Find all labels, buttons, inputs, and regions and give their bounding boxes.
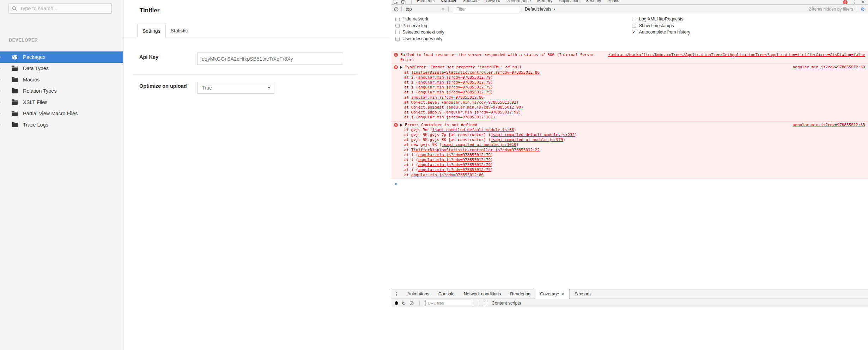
- stack-frame-link[interactable]: jsapi_compiled_ui_module.js:1010: [442, 142, 516, 147]
- devtools-tab-network[interactable]: Network: [481, 0, 503, 5]
- setting-show-timestamps[interactable]: Show timestamps: [632, 23, 690, 28]
- source-location-link[interactable]: /umbraco/backoffice/UmbracoTrees/Applica…: [608, 53, 865, 57]
- stack-frame-link[interactable]: angular.min.js?cdv=978855012:101: [418, 115, 493, 119]
- stack-frame-link[interactable]: TinifierDisplayStatistic.controller.js?c…: [411, 70, 540, 75]
- setting-preserve-log[interactable]: Preserve log: [395, 23, 444, 28]
- devtools-tab-console[interactable]: Console: [438, 0, 460, 5]
- setting-log-xmlhttprequests[interactable]: Log XMLHttpRequests: [632, 17, 690, 22]
- tree-expander-icon[interactable]: ›: [0, 112, 1, 115]
- tree-expander-icon[interactable]: ›: [0, 100, 1, 104]
- stack-frame-prefix: at gvjs_9K.gvjs_8K [as constructor] (: [404, 137, 491, 142]
- console-output: ✕ Failed to load resource: the server re…: [391, 51, 868, 289]
- stack-frame-link[interactable]: angular.min.js?cdv=978855012:90: [449, 105, 521, 110]
- devtools-tab-application[interactable]: Application: [556, 0, 583, 5]
- error-icon: ✕: [394, 123, 398, 127]
- checkbox[interactable]: [395, 37, 400, 41]
- close-tab-icon[interactable]: ✕: [562, 292, 565, 296]
- tab-statistic[interactable]: Statistic: [166, 24, 193, 37]
- stack-frame-link[interactable]: angular.min.js?cdv=978855012:92: [444, 100, 516, 105]
- tree-item-macros[interactable]: › Macros: [0, 74, 123, 85]
- devtools-tab-performance[interactable]: Performance: [503, 0, 534, 5]
- content-scripts-checkbox[interactable]: [484, 301, 488, 305]
- stack-frame-link[interactable]: angular.min.js?cdv=978855012:79: [418, 85, 491, 90]
- console-input-row[interactable]: >: [391, 179, 868, 187]
- drawer-tab-network-conditions[interactable]: Network conditions: [459, 289, 506, 299]
- section-tree: › Packages › Data Types › Macros › Relat…: [0, 51, 123, 130]
- stack-frame-link[interactable]: jsapi_compiled_default_module.js:66: [432, 128, 514, 132]
- drawer-tab-coverage[interactable]: Coverage ✕: [535, 289, 570, 299]
- api-key-input[interactable]: [197, 53, 343, 65]
- tree-item-packages[interactable]: › Packages: [0, 51, 123, 63]
- close-devtools-icon[interactable]: ✕: [861, 0, 864, 5]
- stack-frame-link[interactable]: angular.min.js?cdv=978855012:79: [418, 153, 491, 157]
- checkbox[interactable]: [395, 30, 400, 34]
- stack-frame-link[interactable]: angular.min.js?cdv=978855012:92: [446, 110, 518, 115]
- checkbox[interactable]: [395, 17, 400, 21]
- tree-item-data-types[interactable]: › Data Types: [0, 63, 123, 74]
- tree-item-xslt-files[interactable]: › XSLT Files: [0, 97, 123, 108]
- stack-frame-prefix: at i (: [404, 153, 418, 157]
- stack-frame-link[interactable]: jsapi_compiled_default_module.js:232: [491, 133, 575, 137]
- devtools-tab-sources[interactable]: Sources: [460, 0, 481, 5]
- drawer-tab-animations[interactable]: Animations: [403, 289, 434, 299]
- stack-frame-link[interactable]: angular.min.js?cdv=978855012:79: [418, 90, 491, 94]
- clear-console-icon[interactable]: [394, 7, 399, 12]
- stack-frame-link[interactable]: angular.min.js?cdv=978855012:79: [418, 75, 491, 80]
- setting-autocomplete-from-history[interactable]: Autocomplete from history: [632, 30, 690, 35]
- refresh-icon[interactable]: ↻: [402, 301, 406, 305]
- stack-frame-link[interactable]: angular.min.js?cdv=978855012:79: [418, 158, 491, 162]
- tree-expander-icon[interactable]: ›: [0, 67, 1, 70]
- execution-context-selector[interactable]: top ▼: [404, 7, 446, 12]
- stack-frame-link[interactable]: angular.min.js?cdv=978855012:80: [411, 173, 484, 177]
- tree-expander-icon[interactable]: ›: [0, 78, 1, 81]
- setting-hide-network[interactable]: Hide network: [395, 17, 444, 22]
- checkbox[interactable]: [395, 24, 400, 28]
- stack-frame-link[interactable]: angular.min.js?cdv=978855012:80: [411, 95, 484, 100]
- stack-frame-link[interactable]: TinifierDisplayStatistic.controller.js?c…: [411, 148, 540, 152]
- tab-settings[interactable]: Settings: [137, 24, 166, 38]
- stack-frame-link[interactable]: jsapi_compiled_ui_module.js:979: [491, 137, 563, 142]
- tree-expander-icon[interactable]: ›: [0, 55, 1, 59]
- inspect-element-icon[interactable]: [394, 0, 398, 4]
- expand-triangle-icon[interactable]: [400, 124, 402, 127]
- setting-user-messages-only[interactable]: User messages only: [395, 36, 444, 41]
- checkbox[interactable]: [632, 17, 636, 21]
- record-icon[interactable]: [395, 301, 398, 305]
- devtools-tab-memory[interactable]: Memory: [534, 0, 556, 5]
- drawer-menu-icon[interactable]: ⋮: [394, 291, 399, 297]
- more-menu-icon[interactable]: ⋮: [852, 0, 856, 5]
- url-filter-input[interactable]: [425, 300, 472, 306]
- drawer-tab-rendering[interactable]: Rendering: [505, 289, 535, 299]
- error-count-badge[interactable]: 3: [843, 0, 848, 5]
- tree-item-relation-types[interactable]: › Relation Types: [0, 85, 123, 97]
- checkbox[interactable]: [632, 30, 636, 34]
- device-toolbar-icon[interactable]: [401, 0, 406, 4]
- optimize-on-upload-select[interactable]: True ▾: [197, 82, 274, 94]
- expand-triangle-icon[interactable]: [400, 66, 402, 69]
- checkbox[interactable]: [632, 24, 636, 28]
- clear-coverage-icon[interactable]: [409, 301, 414, 305]
- devtools-tab-security[interactable]: Security: [583, 0, 604, 5]
- log-levels-selector[interactable]: Default levels ▼: [525, 7, 556, 12]
- stack-frame-link[interactable]: angular.min.js?cdv=978855012:79: [418, 167, 491, 172]
- tree-expander-icon[interactable]: ›: [0, 89, 1, 93]
- console-settings-left: Hide network Preserve log Selected conte…: [395, 17, 444, 41]
- search-input[interactable]: [20, 6, 108, 11]
- setting-selected-context-only[interactable]: Selected context only: [395, 30, 444, 35]
- search-box[interactable]: [8, 3, 112, 14]
- devtools-tab-elements[interactable]: Elements: [414, 0, 438, 5]
- stack-frame-link[interactable]: angular.min.js?cdv=978855012:79: [418, 162, 491, 167]
- drawer-tab-console[interactable]: Console: [434, 289, 459, 299]
- source-location-link[interactable]: angular.min.js?cdv=978855012:63: [793, 65, 865, 70]
- tree-expander-icon[interactable]: ›: [0, 123, 1, 127]
- tree-item-partial-view-macro-files[interactable]: › Partial View Macro Files: [0, 108, 123, 119]
- tree-item-trace-logs[interactable]: › Trace Logs: [0, 119, 123, 130]
- stack-frame-link[interactable]: angular.min.js?cdv=978855012:79: [418, 80, 491, 85]
- gear-icon[interactable]: ⚙: [861, 7, 865, 12]
- source-location-link[interactable]: angular.min.js?cdv=978855012:63: [793, 123, 865, 128]
- devtools-window-controls: 3 ⋮ ✕: [843, 0, 864, 5]
- stack-frame-suffix: ): [493, 115, 496, 119]
- drawer-tab-sensors[interactable]: Sensors: [570, 289, 595, 299]
- console-filter-input[interactable]: [454, 6, 520, 12]
- devtools-tab-audits[interactable]: Audits: [604, 0, 622, 5]
